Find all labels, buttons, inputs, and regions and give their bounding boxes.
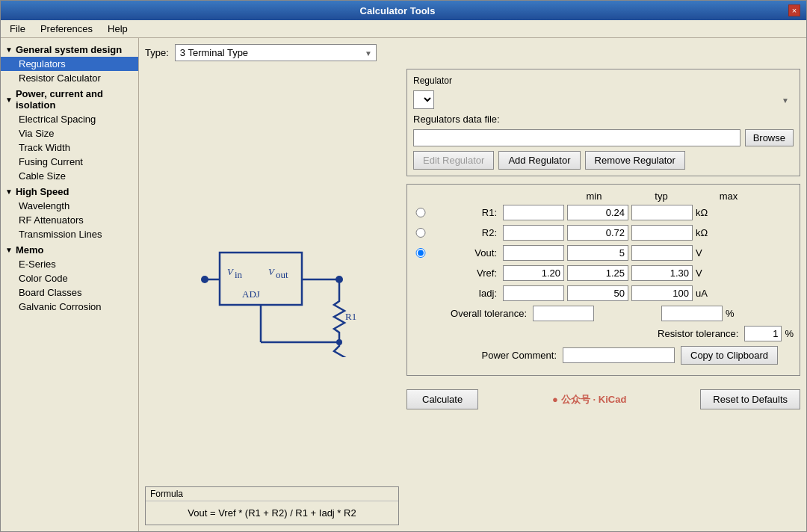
col-typ-label: typ xyxy=(628,191,695,202)
formula-box: Formula Vout = Vref * (R1 + R2) / R1 + I… xyxy=(145,486,399,525)
r1-radio[interactable] xyxy=(413,208,428,217)
sidebar-item-regulators[interactable]: Regulators xyxy=(1,57,138,71)
vref-max-input[interactable] xyxy=(631,265,693,281)
calculate-button[interactable]: Calculate xyxy=(406,389,478,409)
regulator-group-title: Regulator xyxy=(413,75,794,86)
r2-label: R2: xyxy=(428,227,503,238)
tolerance-inputs: % xyxy=(533,306,748,321)
vout-radio[interactable] xyxy=(413,248,428,258)
r2-typ-input[interactable] xyxy=(567,225,628,241)
iadj-typ-input[interactable] xyxy=(567,285,628,301)
iadj-min-input[interactable] xyxy=(503,285,564,301)
vout-min-input[interactable] xyxy=(503,245,564,261)
chevron-down-icon-2: ▼ xyxy=(5,96,13,104)
type-select[interactable]: 3 Terminal Type xyxy=(175,44,377,61)
sidebar-item-cable-size[interactable]: Cable Size xyxy=(1,169,138,183)
table-row-iadj: Iadj: uA xyxy=(413,285,794,301)
formula-text: Vout = Vref * (R1 + R2) / R1 + Iadj * R2 xyxy=(146,501,398,525)
copy-to-clipboard-button[interactable]: Copy to Clipboard xyxy=(681,346,778,365)
type-row: Type: 3 Terminal Type xyxy=(145,44,800,61)
vref-unit: V xyxy=(696,267,718,279)
svg-text:in: in xyxy=(235,269,243,280)
group-power-header[interactable]: ▼ Power, current and isolation xyxy=(1,87,138,112)
vref-min-input[interactable] xyxy=(503,265,564,281)
circuit-diagram: V in V out ADJ xyxy=(145,69,399,480)
r2-min-input[interactable] xyxy=(503,225,564,241)
tolerance-max-input[interactable] xyxy=(661,306,723,321)
window-title: Calculator Tools xyxy=(7,5,788,16)
type-select-wrapper: 3 Terminal Type xyxy=(175,44,377,61)
tolerance-min-input[interactable] xyxy=(533,306,594,321)
sidebar-item-galvanic-corrosion[interactable]: Galvanic Corrosion xyxy=(1,300,138,314)
sidebar-item-board-classes[interactable]: Board Classes xyxy=(1,285,138,300)
main-window: Calculator Tools × File Preferences Help… xyxy=(0,0,807,532)
power-comment-input[interactable] xyxy=(563,347,675,363)
r1-typ-input[interactable] xyxy=(567,205,628,220)
vref-typ-input[interactable] xyxy=(567,265,628,281)
iadj-max-input[interactable] xyxy=(631,285,693,301)
group-high-speed-header[interactable]: ▼ High Speed xyxy=(1,185,138,199)
circuit-svg: V in V out ADJ xyxy=(160,193,384,357)
group-memo: ▼ Memo E-Series Color Code Board Classes… xyxy=(1,243,138,314)
data-table: min typ max R1: xyxy=(406,184,800,376)
data-file-input[interactable] xyxy=(413,129,740,146)
power-comment-row: Power Comment: Copy to Clipboard xyxy=(413,346,794,365)
menu-bar: File Preferences Help xyxy=(1,20,806,38)
group-general-header[interactable]: ▼ General system design xyxy=(1,43,138,57)
table-row-tolerance: Overall tolerance: % xyxy=(413,306,794,321)
edit-regulator-button[interactable]: Edit Regulator xyxy=(413,151,494,170)
resistor-tolerance-input[interactable] xyxy=(744,326,782,341)
watermark-icon: ● xyxy=(552,394,558,405)
table-row-r2: R2: kΩ xyxy=(413,225,794,241)
sidebar-item-transmission-lines[interactable]: Transmission Lines xyxy=(1,227,138,241)
sidebar-item-wavelength[interactable]: Wavelength xyxy=(1,199,138,213)
group-memo-label: Memo xyxy=(16,244,44,256)
r2-radio[interactable] xyxy=(413,228,428,238)
sidebar-item-color-code[interactable]: Color Code xyxy=(1,271,138,285)
vout-max-input[interactable] xyxy=(631,245,693,261)
circuit-panel: V in V out ADJ xyxy=(145,69,399,525)
reset-to-defaults-button[interactable]: Reset to Defaults xyxy=(700,389,800,409)
sidebar-item-rf-attenuators[interactable]: RF Attenuators xyxy=(1,213,138,227)
sidebar-item-track-width[interactable]: Track Width xyxy=(1,140,138,155)
type-label: Type: xyxy=(145,47,169,58)
group-memo-header[interactable]: ▼ Memo xyxy=(1,243,138,257)
sidebar-item-resistor-calc[interactable]: Resistor Calculator xyxy=(1,71,138,85)
r2-max-input[interactable] xyxy=(631,225,693,241)
sidebar: ▼ General system design Regulators Resis… xyxy=(1,38,139,531)
r1-min-input[interactable] xyxy=(503,205,564,220)
r1-label: R1: xyxy=(428,207,503,218)
remove-regulator-button[interactable]: Remove Regulator xyxy=(585,151,685,170)
sidebar-item-via-size[interactable]: Via Size xyxy=(1,126,138,140)
vref-inputs: V xyxy=(503,265,718,281)
menu-preferences[interactable]: Preferences xyxy=(34,22,99,36)
regulator-select[interactable] xyxy=(413,90,434,109)
sidebar-item-e-series[interactable]: E-Series xyxy=(1,257,138,271)
data-file-input-row: Browse xyxy=(413,129,794,146)
col-max-label: max xyxy=(695,191,762,202)
group-high-speed: ▼ High Speed Wavelength RF Attenuators T… xyxy=(1,185,138,241)
regulator-buttons: Edit Regulator Add Regulator Remove Regu… xyxy=(413,151,794,170)
sidebar-item-electrical-spacing[interactable]: Electrical Spacing xyxy=(1,112,138,126)
add-regulator-button[interactable]: Add Regulator xyxy=(498,151,580,170)
group-power: ▼ Power, current and isolation Electrica… xyxy=(1,87,138,183)
menu-file[interactable]: File xyxy=(4,22,31,36)
iadj-inputs: uA xyxy=(503,285,718,301)
browse-button[interactable]: Browse xyxy=(745,129,794,146)
table-row-r1: R1: kΩ xyxy=(413,205,794,220)
right-panel: Type: 3 Terminal Type V xyxy=(139,38,806,531)
power-comment-label: Power Comment: xyxy=(413,350,563,361)
regulator-panel: Regulator Regulators data file: Browse xyxy=(406,69,800,525)
menu-help[interactable]: Help xyxy=(102,22,134,36)
r1-max-input[interactable] xyxy=(631,205,693,220)
watermark: ● 公众号 · KiCad xyxy=(552,393,626,406)
group-high-speed-label: High Speed xyxy=(16,186,69,197)
svg-text:R1: R1 xyxy=(345,311,356,322)
sidebar-item-fusing-current[interactable]: Fusing Current xyxy=(1,155,138,169)
formula-title: Formula xyxy=(146,487,398,501)
vout-typ-input[interactable] xyxy=(567,245,628,261)
vref-label: Vref: xyxy=(428,267,503,279)
chevron-down-icon-3: ▼ xyxy=(5,188,13,196)
data-file-label: Regulators data file: xyxy=(413,114,500,125)
close-button[interactable]: × xyxy=(788,4,800,16)
